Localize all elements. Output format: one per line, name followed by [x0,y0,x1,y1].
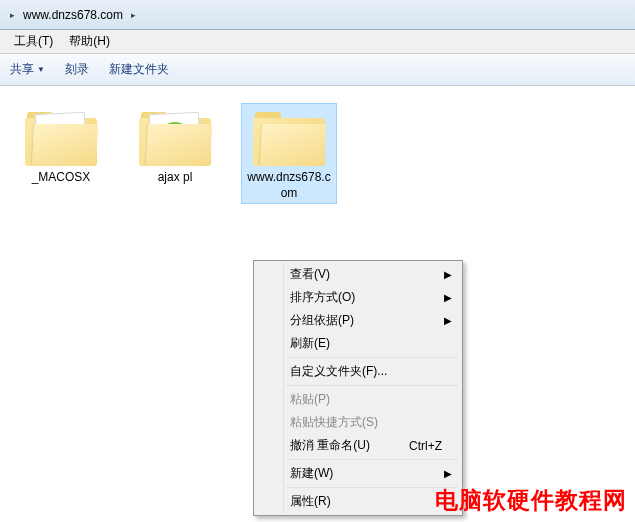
menu-label: 查看(V) [290,266,330,283]
submenu-arrow-icon: ▶ [444,292,452,303]
menu-label: 刷新(E) [290,335,330,352]
address-bar: ▸ www.dnzs678.com ▸ [0,0,635,30]
chevron-right-icon: ▸ [125,6,142,24]
submenu-arrow-icon: ▶ [444,468,452,479]
breadcrumb-back[interactable]: ▸ [4,6,21,24]
menu-separator [286,487,458,488]
item-label: ajax pl [158,170,193,186]
menu-refresh[interactable]: 刷新(E) [256,332,460,355]
menu-paste: 粘贴(P) [256,388,460,411]
menu-bar: 工具(T) 帮助(H) [0,30,635,54]
menu-help[interactable]: 帮助(H) [63,31,116,52]
menu-label: 自定义文件夹(F)... [290,363,387,380]
folder-item-dnzs678[interactable]: www.dnzs678.com [242,104,336,203]
toolbar-share-label: 共享 [10,61,34,78]
menu-separator [286,459,458,460]
chevron-down-icon: ▼ [37,65,45,74]
menu-paste-shortcut: 粘贴快捷方式(S) [256,411,460,434]
folder-item-ajax[interactable]: ajax pl [128,104,222,188]
context-menu: 查看(V) ▶ 排序方式(O) ▶ 分组依据(P) ▶ 刷新(E) 自定义文件夹… [253,260,463,516]
menu-label: 分组依据(P) [290,312,354,329]
menu-label: 排序方式(O) [290,289,355,306]
folder-icon [25,106,97,166]
menu-label: 撤消 重命名(U) [290,437,370,454]
folder-item-macosx[interactable]: _MACOSX [14,104,108,188]
folder-icon [139,106,211,166]
menu-undo[interactable]: 撤消 重命名(U) Ctrl+Z [256,434,460,457]
menu-label: 粘贴(P) [290,391,330,408]
watermark: 电脑软硬件教程网 [435,485,627,516]
toolbar-new-folder-label: 新建文件夹 [109,61,169,78]
menu-view[interactable]: 查看(V) ▶ [256,263,460,286]
menu-group[interactable]: 分组依据(P) ▶ [256,309,460,332]
submenu-arrow-icon: ▶ [444,315,452,326]
toolbar-share[interactable]: 共享 ▼ [10,61,45,78]
menu-shortcut: Ctrl+Z [409,439,442,453]
item-label: _MACOSX [32,170,91,186]
toolbar-new-folder[interactable]: 新建文件夹 [109,61,169,78]
menu-customize[interactable]: 自定义文件夹(F)... [256,360,460,383]
breadcrumb-text: www.dnzs678.com [21,4,125,26]
menu-label: 属性(R) [290,493,331,510]
menu-separator [286,385,458,386]
menu-label: 新建(W) [290,465,333,482]
menu-label: 粘贴快捷方式(S) [290,414,378,431]
toolbar-burn[interactable]: 刻录 [65,61,89,78]
submenu-arrow-icon: ▶ [444,269,452,280]
menu-separator [286,357,458,358]
menu-tools[interactable]: 工具(T) [8,31,59,52]
menu-new[interactable]: 新建(W) ▶ [256,462,460,485]
folder-icon [253,106,325,166]
chevron-right-icon: ▸ [4,6,21,24]
breadcrumb-segment[interactable]: www.dnzs678.com ▸ [21,4,142,26]
item-label: www.dnzs678.com [244,170,334,201]
menu-properties[interactable]: 属性(R) [256,490,460,513]
toolbar-burn-label: 刻录 [65,61,89,78]
menu-sort[interactable]: 排序方式(O) ▶ [256,286,460,309]
toolbar: 共享 ▼ 刻录 新建文件夹 [0,54,635,86]
